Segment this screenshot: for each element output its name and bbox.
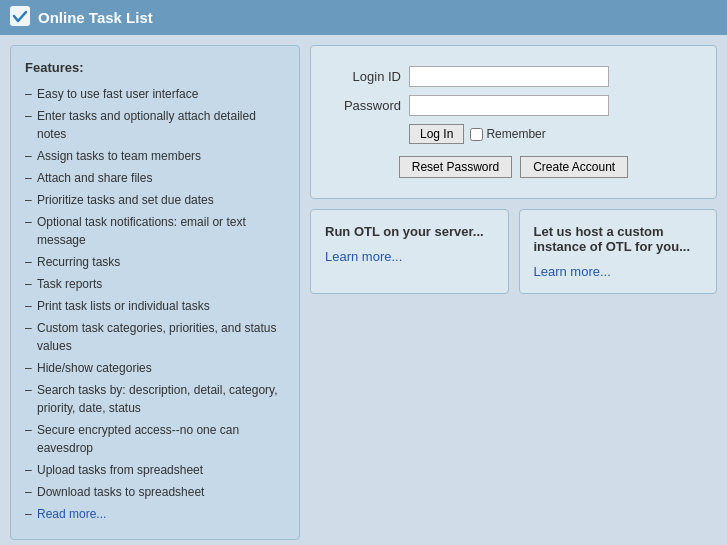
list-item: Easy to use fast user interface xyxy=(25,83,285,105)
remember-label: Remember xyxy=(470,127,545,141)
create-account-button[interactable]: Create Account xyxy=(520,156,628,178)
list-item: Assign tasks to team members xyxy=(25,145,285,167)
info-box-1: Let us host a custom instance of OTL for… xyxy=(519,209,718,294)
login-box: Login ID Password Log In Remember Reset … xyxy=(310,45,717,199)
password-label: Password xyxy=(331,98,401,113)
features-title: Features: xyxy=(25,60,285,75)
reset-password-button[interactable]: Reset Password xyxy=(399,156,512,178)
list-item: Attach and share files xyxy=(25,167,285,189)
right-panel: Login ID Password Log In Remember Reset … xyxy=(310,45,717,540)
list-item: Upload tasks from spreadsheet xyxy=(25,459,285,481)
action-buttons-row: Reset Password Create Account xyxy=(331,156,696,178)
learn-more-link-1[interactable]: Learn more... xyxy=(534,264,611,279)
features-list: Easy to use fast user interface Enter ta… xyxy=(25,83,285,525)
list-item: Task reports xyxy=(25,273,285,295)
login-id-input[interactable] xyxy=(409,66,609,87)
learn-more-link-0[interactable]: Learn more... xyxy=(325,249,402,264)
app-title: Online Task List xyxy=(38,9,153,26)
list-item: Recurring tasks xyxy=(25,251,285,273)
login-id-label: Login ID xyxy=(331,69,401,84)
login-id-row: Login ID xyxy=(331,66,696,87)
list-item: Prioritize tasks and set due dates xyxy=(25,189,285,211)
info-panels: Run OTL on your server... Learn more... … xyxy=(310,209,717,294)
list-item: Search tasks by: description, detail, ca… xyxy=(25,379,285,419)
list-item: Hide/show categories xyxy=(25,357,285,379)
password-input[interactable] xyxy=(409,95,609,116)
login-button[interactable]: Log In xyxy=(409,124,464,144)
login-buttons-row: Log In Remember xyxy=(409,124,696,144)
list-item: Secure encrypted access--no one can eave… xyxy=(25,419,285,459)
list-item: Custom task categories, priorities, and … xyxy=(25,317,285,357)
info-box-0: Run OTL on your server... Learn more... xyxy=(310,209,509,294)
password-row: Password xyxy=(331,95,696,116)
logo-icon xyxy=(10,6,30,29)
list-item: Print task lists or individual tasks xyxy=(25,295,285,317)
remember-checkbox[interactable] xyxy=(470,128,483,141)
info-title-0: Run OTL on your server... xyxy=(325,224,494,239)
features-panel: Features: Easy to use fast user interfac… xyxy=(10,45,300,540)
list-item: Read more... xyxy=(25,503,285,525)
main-content: Features: Easy to use fast user interfac… xyxy=(0,35,727,545)
info-title-1: Let us host a custom instance of OTL for… xyxy=(534,224,703,254)
list-item: Download tasks to spreadsheet xyxy=(25,481,285,503)
read-more-link[interactable]: Read more... xyxy=(37,507,106,521)
list-item: Optional task notifications: email or te… xyxy=(25,211,285,251)
list-item: Enter tasks and optionally attach detail… xyxy=(25,105,285,145)
app-header: Online Task List xyxy=(0,0,727,35)
